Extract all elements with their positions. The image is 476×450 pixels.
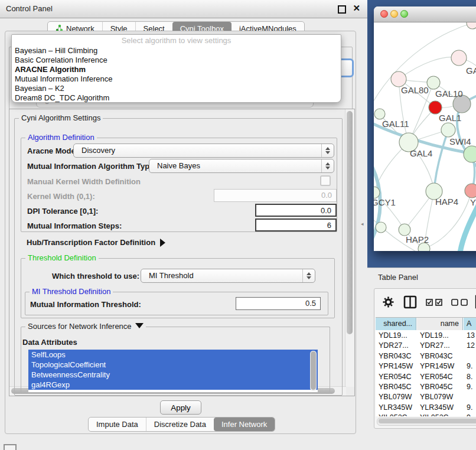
bottom-tabs: Impute Data Discretize Data Infer Networ… xyxy=(88,417,275,432)
node-label: GAL11 xyxy=(382,119,409,129)
table-row[interactable]: YBL079WYBL079W xyxy=(376,392,476,402)
table-cell: YDL19... xyxy=(417,331,466,341)
attribute-list-item[interactable]: TopologicalCoefficient xyxy=(28,360,318,370)
network-canvas[interactable]: GALGAL80GAL10GAL11GAL1SWI4GAL4GCY1HAP4YH… xyxy=(374,22,476,251)
column-header[interactable]: name xyxy=(417,318,463,330)
stepper-icon xyxy=(321,159,334,172)
unchecked-boxes-icon[interactable] xyxy=(451,299,468,308)
which-threshold-combo[interactable]: MI Threshold xyxy=(141,269,315,283)
table-cell: YLR345W xyxy=(376,403,419,413)
table-row[interactable]: YPR145WYPR145W9. xyxy=(376,361,476,371)
data-attributes-list[interactable]: SelfLoopsTopologicalCoefficientBetweenne… xyxy=(28,350,318,392)
node-label: GAL4 xyxy=(410,148,432,158)
mi-steps-label: Mutual Information Steps: xyxy=(27,221,122,230)
mi-threshold-group: MI Threshold Definition Mutual Informati… xyxy=(25,292,328,315)
minimized-panel-icon[interactable] xyxy=(4,444,17,450)
sources-title[interactable]: Sources for Network Inference xyxy=(25,322,146,331)
mi-steps-field[interactable]: 6 xyxy=(255,219,337,231)
network-node[interactable] xyxy=(467,22,476,29)
table-horizontal-scrollbar[interactable] xyxy=(377,418,476,426)
algorithm-option[interactable]: Mutual Information Inference xyxy=(12,74,341,84)
network-node[interactable] xyxy=(429,101,442,114)
table-cell: YDR27... xyxy=(417,341,466,351)
gear-icon[interactable] xyxy=(383,296,394,309)
float-window-icon[interactable] xyxy=(338,5,346,14)
column-header[interactable]: A xyxy=(464,318,476,330)
algorithm-option[interactable]: ARACNE Algorithm xyxy=(12,65,341,74)
network-edge[interactable] xyxy=(434,130,448,191)
node-label: GAL xyxy=(466,66,476,76)
mi-type-combo[interactable]: Naive Bayes xyxy=(149,159,334,173)
table-cell: 9 xyxy=(464,413,476,416)
table-hscroll-thumb[interactable] xyxy=(379,419,476,423)
table-row[interactable]: YBR043CYBR043C xyxy=(376,351,476,361)
vertical-scrollbar[interactable] xyxy=(345,109,354,387)
zoom-traffic-light-icon[interactable] xyxy=(400,10,408,18)
table-cell: YER054C xyxy=(376,372,419,382)
checked-boxes-icon[interactable] xyxy=(426,299,442,308)
table-cell: YBR043C xyxy=(417,351,466,361)
stepper-icon xyxy=(321,144,334,157)
cyni-toolbox-panel: gal-filtered sif default node Select alg… xyxy=(5,31,356,434)
network-node[interactable] xyxy=(399,224,410,236)
mi-type-value: Naive Bayes xyxy=(157,159,200,172)
network-view-window[interactable]: GALGAL80GAL10GAL11GAL1SWI4GAL4GCY1HAP4YH… xyxy=(374,6,476,251)
dpi-tolerance-field[interactable]: 0.0 xyxy=(255,204,337,217)
which-threshold-label: Which threshold to use: xyxy=(52,272,139,281)
tab-infer-network-label: Infer Network xyxy=(221,420,267,429)
apply-button[interactable]: Apply xyxy=(160,400,201,415)
control-panel-title: Control Panel xyxy=(6,0,53,18)
control-panel-titlebar: Control Panel ✕ xyxy=(0,0,367,18)
table-row[interactable]: YBR045CYBR045C9. xyxy=(376,382,476,392)
table-toolbar xyxy=(374,289,476,316)
table-cell: YBL079W xyxy=(417,392,466,402)
network-node[interactable] xyxy=(374,109,385,119)
table-cell xyxy=(464,392,476,402)
minimize-traffic-light-icon[interactable] xyxy=(390,10,398,18)
attribute-list-item[interactable]: SelfLoops xyxy=(28,350,318,360)
tab-infer-network[interactable]: Infer Network xyxy=(214,418,275,431)
aracne-mode-combo[interactable]: Discovery xyxy=(73,144,334,158)
table-row[interactable]: YIL052CYIL052C9 xyxy=(376,413,476,416)
sources-group: Sources for Network Inference Data Attri… xyxy=(21,327,330,393)
divider-grip-icon[interactable]: ◂ xyxy=(361,221,364,227)
table-row[interactable]: YDL19...YDL19...13 xyxy=(376,331,476,341)
network-node[interactable] xyxy=(451,50,467,66)
network-edge[interactable] xyxy=(460,200,476,251)
vertical-scrollbar-thumb[interactable] xyxy=(347,111,353,334)
network-node[interactable] xyxy=(465,184,476,198)
kernel-width-field[interactable]: 0.0 xyxy=(214,189,337,202)
tab-impute-data[interactable]: Impute Data xyxy=(89,418,146,431)
network-node[interactable] xyxy=(441,123,455,137)
algorithm-option[interactable]: Bayesian – Hill Climbing xyxy=(12,46,341,56)
algorithm-option[interactable]: Dream8 DC_TDC Algorithm xyxy=(12,93,341,103)
tab-discretize-data[interactable]: Discretize Data xyxy=(146,418,214,431)
table-row[interactable]: YER054CYER054C8. xyxy=(376,372,476,382)
table-row[interactable]: YLR345WYLR345W9. xyxy=(376,403,476,413)
list-scrollbar[interactable] xyxy=(310,351,317,391)
column-header[interactable]: shared... xyxy=(376,318,416,330)
attribute-list-item[interactable]: gal4RGexp xyxy=(28,380,318,390)
table-row[interactable]: YDR27...YDR27...12 xyxy=(376,341,476,351)
desktop-background: GALGAL80GAL10GAL11GAL1SWI4GAL4GCY1HAP4YH… xyxy=(367,0,476,268)
network-node[interactable] xyxy=(376,222,386,233)
node-label: HAP4 xyxy=(435,197,458,207)
network-edge[interactable] xyxy=(399,57,459,79)
attribute-list-item[interactable]: BetweennessCentrality xyxy=(28,370,318,380)
network-node[interactable] xyxy=(427,76,440,89)
close-icon[interactable]: ✕ xyxy=(353,3,360,14)
close-traffic-light-icon[interactable] xyxy=(380,10,388,18)
split-columns-icon[interactable] xyxy=(403,295,417,311)
threshold-definition-title: Threshold Definition xyxy=(25,253,99,263)
table-cell: 9. xyxy=(464,382,476,392)
mi-threshold-field[interactable]: 0.5 xyxy=(236,297,321,310)
algorithm-option[interactable]: Bayesian – K2 xyxy=(12,84,341,93)
hub-definition-toggle[interactable]: Hub/Transcription Factor Definition xyxy=(27,238,165,247)
table-cell: YLR345W xyxy=(417,403,466,413)
network-window-titlebar[interactable] xyxy=(374,6,476,22)
manual-kernel-checkbox[interactable] xyxy=(320,175,331,186)
hub-definition-label: Hub/Transcription Factor Definition xyxy=(27,238,155,247)
node-table[interactable]: shared...nameA YDL19...YDL19...13YDR27..… xyxy=(376,317,476,416)
table-cell: YBL079W xyxy=(376,392,419,402)
algorithm-option[interactable]: Basic Correlation Inference xyxy=(12,56,341,65)
